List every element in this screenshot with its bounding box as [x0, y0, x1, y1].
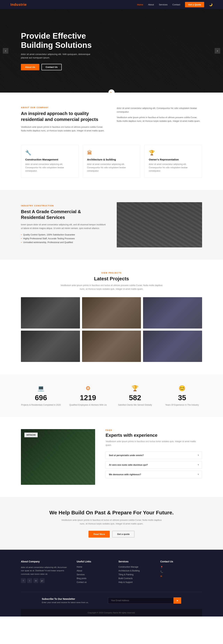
footer-email: ✉	[160, 575, 202, 578]
construction-icon: 🔧	[25, 150, 74, 156]
stat-label-4: Years Of Experience In The Industry	[162, 403, 202, 406]
about-section: ABOUT OUR COMPANY An inspired approach t…	[0, 92, 223, 190]
faq-question-1[interactable]: Sed ut perspiciatis unde omnis? ▾	[106, 452, 202, 459]
footer-service-4[interactable]: Build Contracts	[118, 577, 153, 580]
footer-services-heading: Services	[118, 560, 153, 563]
stat-4: 😊 35 Years Of Experience In The Industry	[162, 385, 202, 406]
stat-1: 💻 696 Projects & Residentials Completed …	[21, 385, 61, 406]
footer-service-2[interactable]: Architecture & Building	[118, 570, 153, 572]
service-card-2: 🏛 Architecture & building dolor sit amet…	[83, 145, 140, 178]
check-item-3: Unrivalled workmanship, Professional and…	[21, 241, 106, 244]
service-title-1: Construction Management	[25, 158, 74, 161]
service-card-1: 🔧 Construction Management dolor sit amet…	[21, 145, 79, 178]
about-us-button[interactable]: About Us	[21, 64, 39, 70]
footer-links-list: Home About Services Blog posts Contact u…	[77, 566, 112, 584]
projects-section: VIEW PROJECTS Latest Projects Vestibulum…	[0, 260, 223, 375]
architecture-icon: 🏛	[87, 150, 136, 156]
faq-q-text-1: Sed ut perspiciatis unde omnis?	[109, 454, 144, 456]
newsletter-subtext: Enter your email and receive for latest …	[42, 601, 89, 604]
hero-subtitle: dolor sit amet consectetur adipiscing el…	[21, 52, 98, 60]
social-linkedin[interactable]: in	[34, 578, 38, 583]
theme-toggle-icon[interactable]: 🌙	[209, 3, 212, 6]
faq-item-1[interactable]: Sed ut perspiciatis unde omnis? ▾	[106, 451, 202, 459]
footer-contact-col: Contact Us 📍 📞 ✉	[160, 560, 202, 585]
faq-q-text-3: We denounce with righteous?	[109, 473, 141, 476]
stat-3: 🏆 582 Satisfied Clients We Served Global…	[115, 385, 155, 406]
faq-chevron-3: ▾	[198, 473, 199, 476]
faq-image: HITACHI	[21, 429, 95, 485]
footer-link-home[interactable]: Home	[77, 566, 112, 568]
newsletter-submit-button[interactable]: ➤	[173, 597, 181, 604]
projects-heading: Latest Projects	[21, 276, 202, 282]
read-more-button[interactable]: Read More	[89, 531, 110, 538]
footer-service-1[interactable]: Construction Manage	[118, 566, 153, 568]
faq-question-3[interactable]: We denounce with righteous? ▾	[106, 471, 202, 478]
stats-section: 💻 696 Projects & Residentials Completed …	[0, 374, 223, 417]
footer-about-text: dolor sit amet consectetur adipiscing el…	[21, 566, 70, 576]
footer-copyright: Copyright © 2020 Company Name All rights…	[21, 609, 202, 616]
get-quote-button[interactable]: Get a Quote	[185, 2, 204, 7]
footer-links-heading: Useful Links	[77, 560, 112, 563]
newsletter-form: ➤	[108, 597, 181, 604]
project-image-3	[143, 297, 202, 328]
industry-left: INDUSTRY CONSTRUCTION Best A Grade Comme…	[21, 205, 106, 245]
project-thumb-4[interactable]	[21, 330, 80, 362]
copyright-text: Copyright © 2020 Company Name All rights…	[88, 612, 135, 614]
newsletter-section: Subscribe To Our Newsletter Enter your e…	[21, 592, 202, 609]
footer-services-col: Services Construction Manage Architectur…	[118, 560, 153, 585]
industry-section: INDUSTRY CONSTRUCTION Best A Grade Comme…	[0, 190, 223, 260]
hero-title: Provide Effective Building Solutions	[21, 31, 98, 50]
faq-content: FAQS Experts with experience Vestibulum …	[106, 429, 202, 480]
owner-icon: 🏆	[149, 150, 198, 156]
check-list: Quality Control System, 100% Satisfactio…	[21, 234, 106, 244]
project-thumb-5[interactable]	[82, 330, 141, 362]
get-quote-cta-button[interactable]: Get a quote	[112, 531, 134, 538]
project-thumb-1[interactable]	[21, 297, 80, 328]
faq-question-2[interactable]: At vero eos iusto odie ducimus qui? ▾	[106, 461, 202, 468]
hero-next-button[interactable]: ›	[215, 48, 220, 54]
footer-services-list: Construction Manage Architecture & Build…	[118, 566, 153, 584]
footer-service-3[interactable]: Tiling & Painting	[118, 573, 153, 576]
project-thumb-3[interactable]	[143, 297, 202, 328]
footer-link-contact[interactable]: Contact us	[77, 581, 112, 584]
faq-tag: FAQS	[106, 429, 202, 431]
cta-desc: Vestibulum ante ipsum primis in faucibus…	[61, 518, 162, 526]
social-facebook[interactable]: f	[21, 578, 26, 583]
contact-us-button[interactable]: Contact Us	[42, 64, 62, 70]
nav-services[interactable]: Services	[159, 3, 168, 6]
social-gplus[interactable]: g+	[40, 578, 45, 583]
industry-tag: INDUSTRY CONSTRUCTION	[21, 205, 106, 207]
project-thumb-6[interactable]	[143, 330, 202, 362]
social-twitter[interactable]: t	[27, 578, 32, 583]
project-image-6	[143, 330, 202, 362]
services-cards: 🔧 Construction Management dolor sit amet…	[0, 145, 223, 190]
footer-service-5[interactable]: Help & Support	[118, 581, 153, 584]
nav-about[interactable]: About	[148, 3, 154, 6]
project-image-4	[21, 330, 80, 362]
footer-link-blog[interactable]: Blog posts	[77, 577, 112, 580]
footer-about-heading: About Company	[21, 560, 70, 563]
footer-link-about[interactable]: About	[77, 570, 112, 572]
project-thumb-2[interactable]	[82, 297, 141, 328]
logo: Industrie	[11, 2, 27, 6]
hero-prev-button[interactable]: ‹	[3, 48, 8, 54]
nav-home[interactable]: Home	[137, 3, 143, 6]
faq-item-2[interactable]: At vero eos iusto odie ducimus qui? ▾	[106, 461, 202, 469]
hero-content: Provide Effective Building Solutions dol…	[0, 31, 98, 70]
about-text-2: dolor sit amet consectetur adipiscing el…	[117, 106, 202, 114]
stat-number-1: 696	[21, 394, 61, 402]
navbar: Industrie Home About Services Contact Ge…	[0, 0, 223, 9]
cta-buttons: Read More Get a quote	[21, 531, 202, 538]
cta-section: We Help Build On Past & Prepare For Your…	[0, 497, 223, 550]
experience-stat-icon: 😊	[162, 385, 202, 392]
projects-subtitle: Vestibulum ante ipsum primis in faucibus…	[59, 284, 164, 291]
nav-contact[interactable]: Contact	[172, 3, 180, 6]
faq-item-3[interactable]: We denounce with righteous? ▾	[106, 470, 202, 478]
faq-q-text-2: At vero eos iusto odie ducimus qui?	[109, 464, 148, 466]
footer-link-services[interactable]: Services	[77, 573, 112, 576]
clients-stat-icon: 🏆	[115, 385, 155, 392]
service-card-3: 🏆 Owner's Representation dolor sit amet …	[144, 145, 202, 178]
newsletter-email-input[interactable]	[108, 597, 173, 604]
scroll-icon: ▶	[110, 91, 113, 93]
faq-brand-logo: HITACHI	[24, 432, 38, 437]
